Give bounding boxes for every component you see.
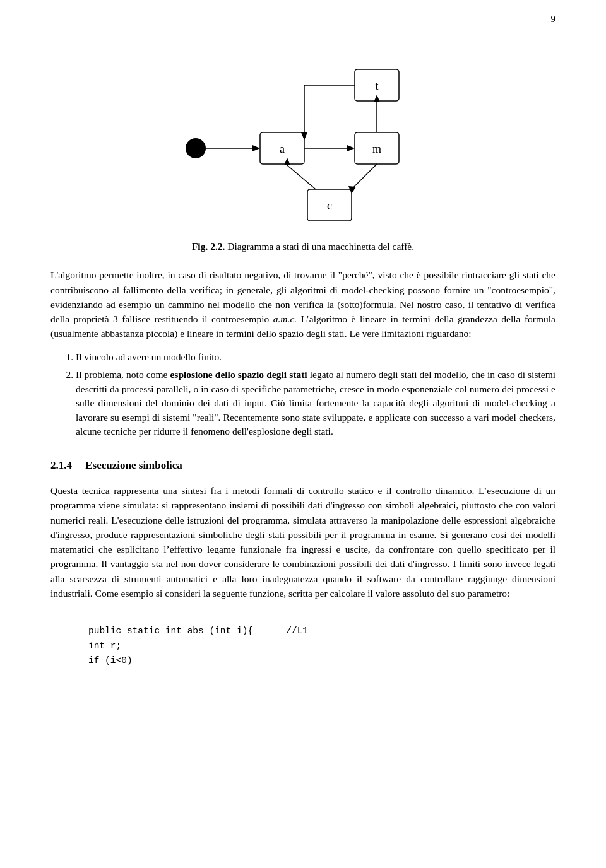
section-title: Esecuzione simbolica (85, 459, 182, 471)
code-line-1: public static int abs (int i){ //L1 (88, 626, 308, 636)
code-line-3: if (i<0) (88, 655, 133, 666)
diagram-container: a m t (50, 44, 556, 233)
fig-caption-bold: Fig. 2.2. (192, 241, 225, 252)
code-line-2: int r; (88, 641, 121, 651)
state-t-label: t (375, 79, 378, 92)
svg-marker-1 (252, 145, 260, 151)
state-machine-diagram: a m t (170, 50, 436, 227)
list-item-2: Il problema, noto come esplosione dello … (76, 368, 556, 438)
fig-caption-text: Diagramma a stati di una macchinetta del… (225, 241, 414, 252)
code-block: public static int abs (int i){ //L1 int … (88, 609, 556, 683)
page-number: 9 (551, 13, 556, 26)
section-heading-2-1-4: 2.1.4 Esecuzione simbolica (50, 458, 556, 474)
svg-marker-8 (374, 95, 380, 102)
state-c-label: c (327, 199, 332, 212)
svg-line-13 (352, 164, 377, 189)
svg-marker-16 (284, 158, 290, 165)
svg-marker-11 (301, 132, 307, 140)
fig-caption: Fig. 2.2. Diagramma a stati di una macch… (50, 240, 556, 254)
section-paragraph-1: Questa tecnica rappresenta una sintesi f… (50, 483, 556, 601)
list-item-2-bold: esplosione dello spazio degli stati (170, 369, 307, 380)
paragraph-1: L'algoritmo permette inoltre, in caso di… (50, 267, 556, 341)
list-item-1: Il vincolo ad avere un modello finito. (76, 350, 556, 364)
page: 9 a m t (0, 0, 606, 868)
initial-state (186, 138, 206, 158)
svg-marker-4 (347, 145, 355, 151)
svg-marker-14 (348, 186, 356, 194)
section-number: 2.1.4 (50, 459, 72, 471)
svg-line-15 (287, 165, 316, 189)
state-m-label: m (372, 143, 381, 155)
numbered-list: Il vincolo ad avere un modello finito. I… (76, 350, 556, 439)
state-a-label: a (280, 143, 285, 155)
list-item-2-before: Il problema, noto come (76, 369, 170, 380)
